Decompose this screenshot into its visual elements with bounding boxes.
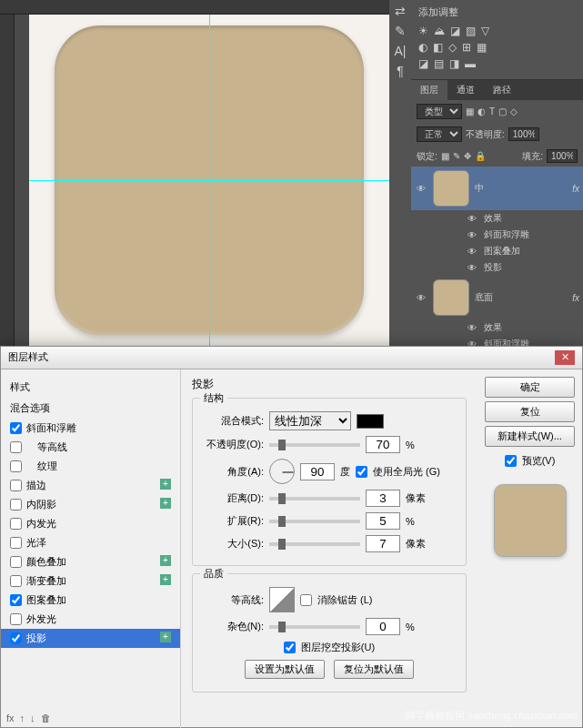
swap-icon[interactable]: ⇄ xyxy=(395,4,406,18)
distance-slider[interactable] xyxy=(269,497,360,500)
cancel-button[interactable]: 复位 xyxy=(485,401,575,422)
contour-picker[interactable] xyxy=(269,587,295,612)
ok-button[interactable]: 确定 xyxy=(485,377,575,398)
gradient-map-icon[interactable]: ▬ xyxy=(465,57,476,70)
add-icon[interactable]: + xyxy=(160,574,171,585)
visibility-icon[interactable]: 👁 xyxy=(415,293,427,303)
style-texture[interactable]: 纹理 xyxy=(1,457,180,476)
opacity-slider[interactable] xyxy=(269,443,360,447)
ruler-horizontal[interactable] xyxy=(0,0,389,15)
photo-filter-icon[interactable]: ◇ xyxy=(448,41,457,54)
fx-badge[interactable]: fx xyxy=(572,184,579,194)
lut-icon[interactable]: ▦ xyxy=(477,41,487,54)
layer-effect[interactable]: 👁效果 xyxy=(411,319,583,336)
layer-filter[interactable]: 类型 xyxy=(417,104,462,119)
blend-mode-select[interactable]: 线性加深 xyxy=(269,411,351,430)
type-icon[interactable]: A| xyxy=(395,44,407,58)
filter-pixel-icon[interactable]: ▦ xyxy=(466,106,474,116)
layer-item[interactable]: 👁 底面 fx xyxy=(411,276,583,319)
size-slider[interactable] xyxy=(269,542,360,546)
trash-icon[interactable]: 🗑 xyxy=(41,713,51,723)
style-drop-shadow[interactable]: 投影+ xyxy=(1,629,180,648)
brush-icon[interactable]: ✎ xyxy=(395,24,406,38)
hue-icon[interactable]: ◐ xyxy=(418,41,427,54)
guide-vertical[interactable] xyxy=(209,15,210,346)
angle-input[interactable] xyxy=(300,463,335,480)
fill-input[interactable] xyxy=(547,149,578,163)
layer-item[interactable]: 👁 中 fx xyxy=(411,167,583,210)
noise-slider[interactable] xyxy=(269,625,360,629)
fx-menu-icon[interactable]: fx xyxy=(6,713,15,723)
layer-effect[interactable]: 👁投影 xyxy=(411,259,583,276)
style-outer-glow[interactable]: 外发光 xyxy=(1,610,180,629)
add-icon[interactable]: + xyxy=(160,479,171,490)
tab-paths[interactable]: 路径 xyxy=(484,80,520,100)
paragraph-icon[interactable]: ¶ xyxy=(397,64,404,78)
filter-shape-icon[interactable]: ▢ xyxy=(498,106,507,116)
distance-input[interactable] xyxy=(366,490,400,507)
threshold-icon[interactable]: ◨ xyxy=(449,57,459,70)
style-bevel[interactable]: 斜面和浮雕 xyxy=(1,419,180,438)
reset-default-button[interactable]: 复位为默认值 xyxy=(334,660,414,679)
levels-icon[interactable]: ⛰ xyxy=(434,25,445,37)
layer-name[interactable]: 中 xyxy=(475,182,484,195)
bw-icon[interactable]: ◧ xyxy=(433,41,443,54)
lock-trans-icon[interactable]: ▦ xyxy=(441,151,449,161)
style-satin[interactable]: 光泽 xyxy=(1,533,180,552)
color-swatch[interactable] xyxy=(357,414,384,429)
global-light-checkbox[interactable] xyxy=(356,466,367,478)
layer-effect[interactable]: 👁效果 xyxy=(411,210,583,227)
add-icon[interactable]: + xyxy=(160,498,171,509)
spread-input[interactable] xyxy=(366,512,400,530)
add-icon[interactable]: + xyxy=(160,632,171,642)
channel-mixer-icon[interactable]: ⊞ xyxy=(462,41,471,54)
lock-paint-icon[interactable]: ✎ xyxy=(453,151,460,161)
invert-icon[interactable]: ◪ xyxy=(418,57,428,70)
visibility-icon[interactable]: 👁 xyxy=(415,184,427,194)
exposure-icon[interactable]: ▨ xyxy=(466,25,476,37)
style-color-overlay[interactable]: 颜色叠加+ xyxy=(1,552,180,571)
new-style-button[interactable]: 新建样式(W)... xyxy=(485,426,575,447)
preview-checkbox[interactable] xyxy=(505,455,517,467)
layer-thumbnail[interactable] xyxy=(433,279,469,316)
brightness-icon[interactable]: ☀ xyxy=(418,25,428,37)
layer-thumbnail[interactable] xyxy=(433,170,469,207)
style-pattern-overlay[interactable]: 图案叠加 xyxy=(1,591,180,610)
ruler-vertical[interactable] xyxy=(0,15,15,346)
fx-badge[interactable]: fx xyxy=(572,293,579,303)
lock-pos-icon[interactable]: ✥ xyxy=(464,151,471,161)
angle-dial[interactable] xyxy=(269,459,295,484)
opacity-input[interactable] xyxy=(508,127,539,141)
tab-channels[interactable]: 通道 xyxy=(447,80,484,100)
style-inner-glow[interactable]: 内发光 xyxy=(1,514,180,533)
filter-type-icon[interactable]: T xyxy=(489,106,495,116)
arrow-up-icon[interactable]: ↑ xyxy=(20,713,25,723)
filter-smart-icon[interactable]: ◇ xyxy=(510,106,518,116)
tab-layers[interactable]: 图层 xyxy=(411,80,447,100)
curves-icon[interactable]: ◪ xyxy=(450,25,460,37)
style-contour[interactable]: 等高线 xyxy=(1,438,180,457)
set-default-button[interactable]: 设置为默认值 xyxy=(245,660,325,679)
styles-header[interactable]: 样式 xyxy=(1,377,180,398)
close-button[interactable]: ✕ xyxy=(555,350,575,365)
style-inner-shadow[interactable]: 内阴影+ xyxy=(1,495,180,514)
antialias-checkbox[interactable] xyxy=(300,594,312,606)
opacity-input[interactable] xyxy=(366,436,400,453)
blend-mode-select[interactable]: 正常 xyxy=(417,126,462,142)
noise-input[interactable] xyxy=(366,618,400,635)
add-icon[interactable]: + xyxy=(160,555,171,566)
blending-options[interactable]: 混合选项 xyxy=(1,398,180,419)
filter-adj-icon[interactable]: ◐ xyxy=(477,106,486,116)
arrow-down-icon[interactable]: ↓ xyxy=(30,713,35,723)
layer-effect[interactable]: 👁图案叠加 xyxy=(411,243,583,259)
layer-effect[interactable]: 👁斜面和浮雕 xyxy=(411,227,583,243)
lock-all-icon[interactable]: 🔒 xyxy=(475,151,486,161)
knockout-checkbox[interactable] xyxy=(284,642,296,653)
vibrance-icon[interactable]: ▽ xyxy=(481,25,489,37)
style-gradient-overlay[interactable]: 渐变叠加+ xyxy=(1,571,180,591)
layer-name[interactable]: 底面 xyxy=(475,291,493,304)
spread-slider[interactable] xyxy=(269,520,360,523)
style-stroke[interactable]: 描边+ xyxy=(1,476,180,495)
size-input[interactable] xyxy=(366,535,400,552)
document-canvas[interactable] xyxy=(29,15,389,346)
